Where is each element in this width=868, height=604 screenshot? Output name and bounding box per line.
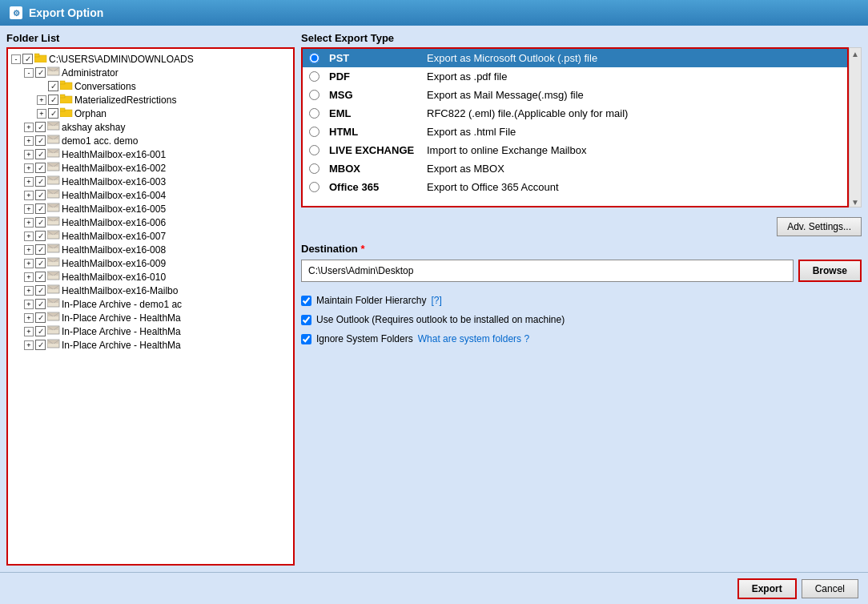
export-option-msg[interactable]: MSGExport as Mail Message(.msg) file	[303, 86, 847, 104]
export-option-html[interactable]: HTMLExport as .html File	[303, 123, 847, 141]
expand-icon[interactable]: +	[37, 95, 46, 105]
export-option-pdf[interactable]: PDFExport as .pdf file	[303, 67, 847, 86]
tree-item[interactable]: Conversations	[11, 79, 290, 93]
tree-checkbox[interactable]	[35, 244, 46, 255]
tree-item[interactable]: + Orphan	[11, 107, 290, 120]
tree-item[interactable]: + demo1 acc. demo	[11, 134, 290, 147]
browse-button[interactable]: Browse	[798, 260, 862, 282]
tree-item[interactable]: + HealthMailbox-ex16-006	[11, 215, 290, 229]
tree-item[interactable]: + HealthMailbox-ex16-002	[11, 161, 290, 175]
export-option-pst[interactable]: PSTExport as Microsoft Outlook (.pst) fi…	[303, 49, 847, 67]
tree-checkbox[interactable]	[48, 108, 58, 119]
tree-item[interactable]: + MaterializedRestrictions	[11, 93, 290, 107]
tree-checkbox[interactable]	[48, 95, 58, 105]
export-radio-eml[interactable]	[309, 108, 319, 119]
export-option-mbox[interactable]: MBOXExport as MBOX	[303, 159, 847, 178]
tree-checkbox[interactable]	[35, 258, 46, 268]
expand-icon[interactable]: +	[37, 109, 46, 119]
tree-checkbox[interactable]	[35, 122, 46, 132]
export-radio-msg[interactable]	[309, 90, 319, 100]
destination-input[interactable]	[301, 260, 794, 282]
export-radio-o365[interactable]	[309, 182, 319, 192]
export-button[interactable]: Export	[737, 578, 797, 599]
tree-item[interactable]: + In-Place Archive - HealthMa	[11, 338, 290, 352]
tree-item-label: MaterializedRestrictions	[74, 95, 176, 106]
mailbox-icon	[47, 121, 60, 133]
mailbox-icon	[47, 284, 60, 296]
expand-icon[interactable]: +	[24, 136, 34, 146]
export-radio-pdf[interactable]	[309, 71, 319, 82]
tree-item[interactable]: + In-Place Archive - HealthMa	[11, 311, 290, 324]
tree-item[interactable]: + akshay akshay	[11, 120, 290, 134]
export-code-pdf: PDF	[329, 70, 417, 83]
expand-icon[interactable]: +	[24, 272, 34, 282]
tree-checkbox[interactable]	[35, 340, 46, 350]
expand-icon[interactable]: +	[24, 340, 34, 350]
tree-checkbox[interactable]	[35, 176, 46, 187]
tree-item[interactable]: + HealthMailbox-ex16-001	[11, 147, 290, 161]
tree-checkbox[interactable]	[35, 149, 46, 159]
checkbox-ignore-system[interactable]	[301, 334, 311, 344]
export-desc-msg: Export as Mail Message(.msg) file	[427, 89, 841, 101]
tree-checkbox[interactable]	[35, 272, 46, 282]
tree-checkbox[interactable]	[35, 326, 46, 336]
tree-checkbox[interactable]	[35, 285, 46, 296]
expand-icon[interactable]: +	[24, 259, 34, 268]
expand-icon[interactable]: +	[24, 313, 34, 323]
export-radio-live[interactable]	[309, 145, 319, 155]
expand-icon[interactable]: +	[24, 300, 34, 309]
export-option-eml[interactable]: EMLRFC822 (.eml) file.(Applicable only f…	[303, 104, 847, 123]
tree-item[interactable]: + HealthMailbox-ex16-009	[11, 256, 290, 270]
folder-list-container[interactable]: - C:\USERS\ADMIN\DOWNLOADS- Administrato…	[6, 47, 295, 566]
tree-item[interactable]: + HealthMailbox-ex16-Mailbo	[11, 284, 290, 297]
help-link-maintain-hierarchy[interactable]: [?]	[431, 295, 441, 306]
tree-item[interactable]: + HealthMailbox-ex16-008	[11, 243, 290, 256]
tree-checkbox[interactable]	[35, 299, 46, 309]
tree-checkbox[interactable]	[22, 54, 33, 64]
tree-checkbox[interactable]	[48, 81, 58, 91]
expand-icon[interactable]: +	[24, 123, 34, 132]
cancel-button[interactable]: Cancel	[802, 579, 858, 598]
checkbox-maintain-hierarchy[interactable]	[301, 296, 311, 306]
expand-icon[interactable]: +	[24, 286, 34, 296]
adv-settings-button[interactable]: Adv. Settings...	[777, 217, 862, 236]
tree-checkbox[interactable]	[35, 217, 46, 228]
expand-icon[interactable]: +	[24, 150, 34, 159]
tree-checkbox[interactable]	[35, 231, 46, 241]
expand-icon[interactable]: +	[24, 327, 34, 336]
tree-checkbox[interactable]	[35, 135, 46, 146]
help-link-ignore-system[interactable]: What are system folders ?	[418, 333, 529, 344]
collapse-icon[interactable]: -	[11, 54, 21, 64]
expand-icon[interactable]: +	[24, 191, 34, 200]
tree-item[interactable]: + HealthMailbox-ex16-007	[11, 229, 290, 243]
export-option-live[interactable]: LIVE EXCHANGEImport to online Exchange M…	[303, 141, 847, 159]
tree-item[interactable]: + In-Place Archive - HealthMa	[11, 324, 290, 338]
expand-icon[interactable]: +	[24, 232, 34, 241]
tree-item[interactable]: + HealthMailbox-ex16-004	[11, 188, 290, 202]
tree-item[interactable]: - C:\USERS\ADMIN\DOWNLOADS	[11, 52, 290, 66]
export-type-list[interactable]: PSTExport as Microsoft Outlook (.pst) fi…	[301, 47, 849, 207]
svg-rect-7	[60, 81, 65, 84]
export-radio-html[interactable]	[309, 127, 319, 137]
expand-icon[interactable]: +	[24, 245, 34, 255]
expand-icon[interactable]: +	[24, 204, 34, 214]
export-radio-pst[interactable]	[309, 53, 319, 63]
svg-rect-3	[48, 68, 58, 71]
tree-item[interactable]: + HealthMailbox-ex16-010	[11, 270, 290, 284]
export-radio-mbox[interactable]	[309, 163, 319, 174]
tree-item[interactable]: + HealthMailbox-ex16-005	[11, 202, 290, 215]
export-option-o365[interactable]: Office 365Export to Office 365 Account	[303, 178, 847, 196]
tree-checkbox[interactable]	[35, 312, 46, 323]
expand-icon[interactable]: +	[24, 163, 34, 173]
tree-item[interactable]: + In-Place Archive - demo1 ac	[11, 297, 290, 311]
expand-icon[interactable]: +	[24, 218, 34, 228]
tree-checkbox[interactable]	[35, 203, 46, 214]
tree-item[interactable]: - Administrator	[11, 66, 290, 79]
tree-checkbox[interactable]	[35, 67, 46, 78]
collapse-icon[interactable]: -	[24, 68, 34, 78]
tree-checkbox[interactable]	[35, 190, 46, 200]
tree-checkbox[interactable]	[35, 163, 46, 173]
tree-item[interactable]: + HealthMailbox-ex16-003	[11, 175, 290, 188]
checkbox-use-outlook[interactable]	[301, 315, 311, 325]
expand-icon[interactable]: +	[24, 177, 34, 187]
